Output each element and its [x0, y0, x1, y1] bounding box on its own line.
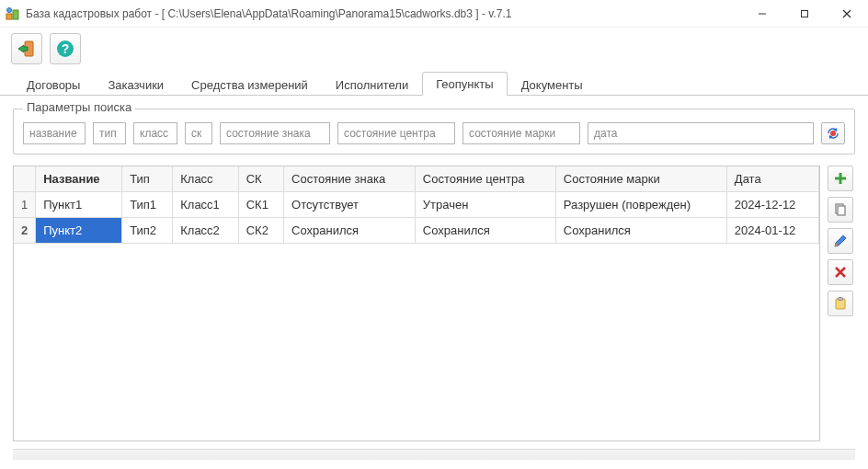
cell-sign: Отсутствует: [284, 192, 416, 218]
svg-rect-4: [802, 10, 808, 17]
cell-center: Утрачен: [415, 192, 555, 218]
tab-label: Заказчики: [108, 78, 164, 92]
tab-label: Средства измерений: [191, 78, 308, 92]
paste-button[interactable]: [828, 291, 853, 316]
svg-point-11: [830, 131, 836, 136]
col-date[interactable]: Дата: [726, 166, 818, 192]
svg-rect-23: [839, 298, 843, 301]
search-mark-state-input[interactable]: [463, 122, 580, 144]
copy-button[interactable]: [828, 197, 853, 223]
cell-mark: Сохранился: [555, 218, 726, 244]
col-mark[interactable]: Состояние марки: [555, 166, 726, 192]
cell-class: Класс1: [173, 192, 238, 218]
cell-type: Тип2: [122, 218, 173, 244]
cell-mark: Разрушен (поврежден): [555, 192, 726, 218]
cell-name: Пункт2: [36, 218, 122, 244]
cell-date: 2024-01-12: [726, 218, 818, 244]
rownum-header: [14, 166, 36, 192]
search-type-input[interactable]: [93, 122, 126, 144]
col-center[interactable]: Состояние центра: [415, 166, 555, 192]
table-row[interactable]: 2 Пункт2 Тип2 Класс2 СК2 Сохранился Сохр…: [14, 218, 819, 244]
toolbar: ?: [0, 28, 868, 70]
svg-point-2: [7, 7, 12, 12]
search-class-input[interactable]: [133, 122, 177, 144]
tab-customers[interactable]: Заказчики: [94, 73, 177, 96]
svg-rect-15: [835, 177, 846, 180]
cell-sk: СК2: [238, 218, 283, 244]
cell-sk: СК1: [238, 192, 283, 218]
minimize-button[interactable]: [741, 0, 783, 27]
side-actions: [828, 166, 855, 441]
svg-rect-17: [838, 206, 845, 215]
row-num: 1: [14, 192, 36, 218]
maximize-button[interactable]: [783, 0, 826, 27]
data-grid[interactable]: Название Тип Класс СК Состояние знака Со…: [13, 166, 820, 441]
title-bar: База кадастровых работ - [ C:\Users\Elen…: [0, 0, 868, 28]
grid-area: Название Тип Класс СК Состояние знака Со…: [13, 166, 855, 441]
tab-executors[interactable]: Исполнители: [322, 73, 422, 96]
tab-documents[interactable]: Документы: [508, 73, 597, 96]
search-date-input[interactable]: [588, 122, 814, 144]
cell-center: Сохранился: [415, 218, 555, 244]
col-type[interactable]: Тип: [122, 166, 173, 192]
tab-label: Геопункты: [436, 77, 493, 91]
col-name[interactable]: Название: [36, 166, 122, 192]
tab-geopoints[interactable]: Геопункты: [422, 72, 507, 96]
help-button[interactable]: ?: [50, 33, 81, 64]
cell-type: Тип1: [122, 192, 173, 218]
window-buttons: [741, 0, 868, 27]
search-fieldset: Параметры поиска: [13, 109, 855, 154]
status-bar: [13, 449, 855, 460]
search-legend: Параметры поиска: [23, 100, 135, 114]
main-panel: Параметры поиска: [0, 96, 868, 454]
svg-text:?: ?: [62, 41, 70, 56]
search-name-input[interactable]: [23, 122, 86, 144]
add-button[interactable]: [828, 166, 853, 191]
window-title: База кадастровых работ - [ C:\Users\Elen…: [26, 7, 741, 20]
col-sign[interactable]: Состояние знака: [284, 166, 416, 192]
exit-button[interactable]: [11, 33, 42, 64]
search-sign-state-input[interactable]: [220, 122, 330, 144]
tab-label: Договоры: [27, 78, 80, 92]
search-reset-button[interactable]: [821, 122, 845, 144]
search-row: [23, 122, 845, 144]
svg-rect-1: [13, 10, 18, 19]
cell-name: Пункт1: [36, 192, 122, 218]
search-center-state-input[interactable]: [337, 122, 455, 144]
close-button[interactable]: [826, 0, 868, 27]
svg-rect-0: [6, 14, 12, 19]
cell-date: 2024-12-12: [726, 192, 818, 218]
tab-label: Документы: [521, 78, 583, 92]
tab-instruments[interactable]: Средства измерений: [177, 73, 322, 96]
cell-sign: Сохранился: [284, 218, 416, 244]
search-sk-input[interactable]: [185, 122, 212, 144]
tab-label: Исполнители: [336, 78, 408, 92]
tab-strip: Договоры Заказчики Средства измерений Ис…: [0, 70, 868, 96]
header-row: Название Тип Класс СК Состояние знака Со…: [14, 166, 819, 192]
tab-contracts[interactable]: Договоры: [13, 73, 94, 96]
col-sk[interactable]: СК: [238, 166, 283, 192]
edit-button[interactable]: [828, 228, 853, 254]
table-row[interactable]: 1 Пункт1 Тип1 Класс1 СК1 Отсутствует Утр…: [14, 192, 819, 218]
delete-button[interactable]: [828, 259, 853, 285]
row-num: 2: [14, 218, 36, 244]
app-icon: [6, 6, 20, 21]
cell-class: Класс2: [173, 218, 238, 244]
col-class[interactable]: Класс: [173, 166, 238, 192]
